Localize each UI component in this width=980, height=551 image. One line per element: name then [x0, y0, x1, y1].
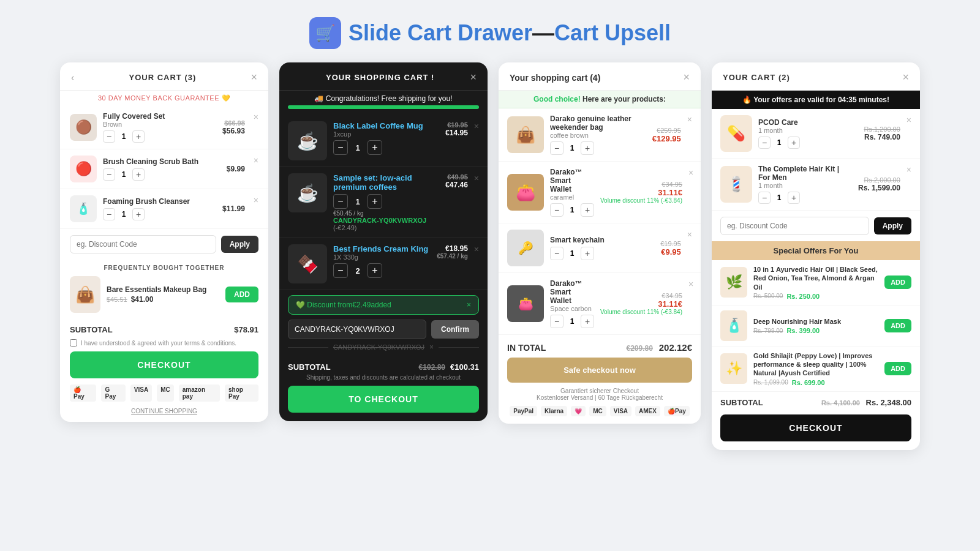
visa-icon: VISA [130, 384, 152, 402]
continue-shopping-link[interactable]: CONTINUE SHOPPING [60, 405, 268, 422]
item-remove-icon-3[interactable]: × [687, 230, 692, 239]
qty-decrease-btn-3[interactable]: − [550, 247, 564, 260]
prev-arrow-icon[interactable]: ‹ [71, 72, 74, 83]
subtotal-row: SUBTOTAL $78.91 [60, 319, 268, 337]
qty-increase-btn[interactable]: + [132, 130, 145, 143]
close-icon-4[interactable]: × [902, 71, 909, 84]
close-icon-2[interactable]: × [470, 71, 477, 84]
new-subtotal-dark: €100.31 [450, 362, 479, 372]
item-remove-icon-dark[interactable]: × [474, 121, 479, 131]
qty-increase-btn-3[interactable]: + [581, 203, 594, 217]
qty-increase-btn-3[interactable]: + [581, 247, 594, 260]
item-image: 🟤 [70, 114, 97, 141]
qty-increase-btn-dark[interactable]: + [368, 263, 382, 278]
remove-discount-icon[interactable]: × [429, 343, 434, 351]
offer-old-price: Rs. 799.00 [753, 328, 783, 334]
add-offer-btn[interactable]: ADD [884, 276, 911, 289]
item-details-4: PCOD Care 1 month − 1 + [758, 118, 858, 149]
subtotal-note: Shipping, taxes and discounts are calcul… [279, 374, 488, 386]
item-remove-icon-3[interactable]: × [687, 114, 692, 124]
subtotal-label-4: SUBTOTAL [720, 398, 763, 407]
item-remove-icon-4[interactable]: × [907, 165, 911, 174]
discount-code-input-4[interactable] [720, 217, 869, 235]
qty-decrease-btn-4[interactable]: − [758, 192, 771, 204]
page-header: 🛒 Slide Cart Drawer—Cart Upsell [309, 0, 671, 62]
qty-increase-btn-4[interactable]: + [788, 137, 800, 149]
offer-new-price: Rs. 699.00 [792, 379, 825, 386]
close-discount-icon[interactable]: × [467, 301, 471, 309]
qty-decrease-btn-3[interactable]: − [550, 315, 564, 328]
item-remove-icon-3[interactable]: × [688, 168, 693, 178]
qty-increase-btn-3[interactable]: + [581, 141, 594, 155]
offer-prices: Rs. 799.00 Rs. 399.00 [753, 327, 878, 334]
strikethrough-code: CANDYRACK-YQ0KVWRXOJ [333, 343, 424, 351]
qty-decrease-btn-4[interactable]: − [758, 137, 771, 149]
item-details: Fully Covered Set Brown − 1 + [103, 112, 216, 143]
qty-decrease-btn-dark[interactable]: − [333, 194, 348, 209]
item-name-dark: Black Label Coffee Mug [333, 121, 439, 130]
frequently-bought-section: FREQUENTLY BOUGHT TOGETHER 👜 Bare Essent… [60, 260, 268, 319]
item-remove-icon-4[interactable]: × [907, 115, 911, 125]
payment-icons-3: PayPal Klarna 💗 MC VISA AMEX 🍎Pay [499, 406, 701, 424]
subtotal-value: $78.91 [234, 325, 258, 334]
cart4-title: YOUR CART (2) [723, 73, 790, 82]
checkout-btn-1[interactable]: CHECKOUT [70, 351, 258, 378]
qty-control-3: − 1 + [550, 203, 594, 217]
cart3-title: Your shopping cart (4) [510, 73, 600, 83]
cart-card-3: Your shopping cart (4) × Good choice! He… [499, 62, 701, 424]
checkout-btn-4[interactable]: CHECKOUT [720, 414, 911, 441]
qty-decrease-btn[interactable]: − [103, 168, 115, 181]
item-price: $66.98 $56.93 [222, 119, 245, 135]
item-remove-icon[interactable]: × [254, 156, 258, 165]
special-offers-title: Special Offers For You [712, 241, 920, 260]
qty-increase-btn-dark[interactable]: + [368, 140, 382, 155]
offer-details: Gold Shilajit (Peppy Love) | Improves pe… [753, 351, 878, 386]
close-icon-3[interactable]: × [683, 71, 690, 84]
qty-decrease-btn[interactable]: − [103, 208, 115, 220]
subtotal-label-dark: SUBTOTAL [288, 362, 331, 372]
cart-card-2: YOUR SHOPPING CART ! × 🚚 Congratulations… [279, 62, 488, 421]
offer-timer-banner: 🔥 Your offers are valid for 04:35 minute… [712, 91, 920, 109]
safe-checkout-btn[interactable]: Safe checkout now [507, 358, 692, 383]
item-remove-icon[interactable]: × [254, 112, 258, 122]
item-details-3: Darako™ Smart Wallet Space carbon − 1 + [550, 279, 594, 328]
terms-checkbox[interactable] [70, 339, 77, 347]
qty-increase-btn-4[interactable]: + [788, 192, 800, 204]
add-freq-item-btn[interactable]: ADD [225, 287, 258, 302]
add-offer-btn[interactable]: ADD [884, 362, 911, 375]
discount-code-input[interactable] [70, 235, 216, 253]
item-remove-icon-3[interactable]: × [688, 279, 693, 289]
item-remove-icon-dark[interactable]: × [474, 173, 479, 183]
close-icon-1[interactable]: × [251, 71, 257, 84]
item-name-4: PCOD Care [758, 118, 858, 127]
qty-decrease-btn[interactable]: − [103, 130, 115, 143]
discount-input-row: Confirm [288, 320, 479, 339]
qty-increase-btn[interactable]: + [132, 168, 145, 181]
special-offer-item: 🧴 Deep Nourishing Hair Mask Rs. 799.00 R… [712, 305, 920, 347]
new-subtotal-4: Rs. 2,348.00 [866, 398, 911, 407]
item-remove-icon-dark[interactable]: × [474, 244, 479, 254]
add-offer-btn[interactable]: ADD [884, 319, 911, 332]
apply-discount-btn-4[interactable]: Apply [874, 217, 911, 234]
offer-details: Deep Nourishing Hair Mask Rs. 799.00 Rs.… [753, 317, 878, 334]
discount-code-field[interactable] [288, 320, 426, 339]
qty-decrease-btn-dark[interactable]: − [333, 263, 348, 278]
item-remove-icon[interactable]: × [254, 195, 258, 205]
confirm-discount-btn[interactable]: Confirm [431, 320, 479, 339]
qty-increase-btn-3[interactable]: + [581, 315, 594, 328]
qty-increase-btn-dark[interactable]: + [368, 194, 382, 209]
mastercard-icon: MC [157, 384, 174, 402]
checkout-btn-2[interactable]: TO CHECKOUT [288, 386, 479, 413]
qty-decrease-btn-3[interactable]: − [550, 141, 564, 155]
qty-decrease-btn-dark[interactable]: − [333, 140, 348, 155]
item-name-3: Darako genuine leather weekender bag [550, 114, 646, 132]
item-image-3: 👛 [507, 174, 544, 211]
good-choice-banner: Good choice! Here are your products: [499, 91, 701, 108]
item-price-dark: €18.95 €57.42 / kg [437, 244, 468, 260]
qty-increase-btn[interactable]: + [132, 208, 145, 220]
qty-decrease-btn-3[interactable]: − [550, 203, 564, 217]
line-left [288, 347, 328, 348]
page-title: Slide Cart Drawer—Cart Upsell [349, 20, 671, 46]
item-image-dark: 🍫 [288, 244, 327, 283]
apply-discount-btn[interactable]: Apply [221, 236, 258, 253]
